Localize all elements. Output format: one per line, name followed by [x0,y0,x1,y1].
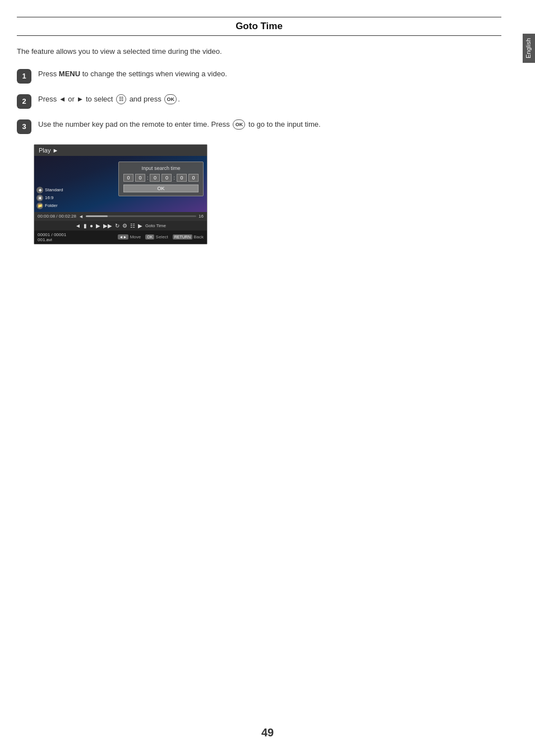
time-display: 00:00:08 / 00:02:28 [38,214,76,219]
seek-icon: ◄ [79,214,84,219]
step-3-number: 3 [17,119,31,134]
sidebar-ratio-label: 16:9 [45,195,54,200]
input-search-overlay: Input search time 0 0 : 0 0 : 0 0 OK [118,162,204,196]
player-screenshot: Play ► ◆ Standard ▣ 16:9 📁 Folder [34,144,207,245]
bottom-hints: ◄► Move OK Select RETURN Back [118,234,204,239]
step-3-after: to go to the input time. [248,120,321,128]
bookmark-icon: ▮ [84,223,87,229]
clock-icon: ☷ [116,94,126,104]
language-tab: English [523,34,535,63]
play-label: Play ► [39,147,58,154]
time-box-m2: 0 [162,174,172,182]
hint-select-label: Select [156,234,168,239]
step-2: 2 Press ◄ or ► to select ☷ and press OK. [17,94,501,109]
step-1-text: Press MENU to change the settings when v… [38,68,227,80]
progress-fill [86,215,108,217]
step-1-after: to change the settings when viewing a vi… [80,70,227,78]
step-2-before: Press ◄ or ► to select [38,95,115,103]
number-right: 16 [199,214,204,219]
sidebar-standard: ◆ Standard [36,187,63,193]
step-3-before: Use the number key pad on the remote to … [38,120,232,128]
ok-icon-step2: OK [164,94,177,104]
ok-icon-step3: OK [233,119,245,130]
player-controls: ◄ ▮ ● ▶ ▶▶ ↻ ⚙ ☷ ▶ Goto Time [34,221,207,231]
prev-icon: ◄ [75,223,81,229]
time-colon-1: : [147,175,149,181]
step-3-text: Use the number key pad on the remote to … [38,119,321,131]
overlay-ok-button[interactable]: OK [123,185,199,192]
time-box-h2: 0 [135,174,145,182]
hint-move-key: ◄► [118,234,129,239]
standard-icon: ◆ [36,187,43,193]
overlay-title: Input search time [123,165,199,171]
sidebar-standard-label: Standard [45,187,63,192]
hint-move: ◄► Move [118,234,141,239]
file-name: 001.avi [38,237,66,242]
hint-back-key: RETURN [173,234,192,239]
page-title: Goto Time [17,21,501,32]
sidebar-folder: 📁 Folder [36,202,63,209]
time-box-h1: 0 [123,174,133,182]
ratio-icon: ▣ [36,195,43,201]
hint-select: OK Select [145,234,168,239]
intro-text: The feature allows you to view a selecte… [17,46,501,57]
step-2-number: 2 [17,94,31,109]
next-arrow: ▶ [138,223,142,229]
time-box-s2: 0 [188,174,199,182]
hint-back: RETURN Back [173,234,204,239]
settings-icon: ⚙ [122,223,127,229]
hint-select-key: OK [145,234,154,239]
sidebar-ratio: ▣ 16:9 [36,195,63,201]
step-1-number: 1 [17,69,31,84]
info-icon: ● [90,223,93,229]
step-2-middle: and press [130,95,164,103]
step-3: 3 Use the number key pad on the remote t… [17,119,501,134]
clock-ctrl-icon: ☷ [130,223,135,229]
sidebar-folder-label: Folder [45,203,58,208]
goto-time-label: Goto Time [145,223,166,228]
page-number: 49 [261,726,274,739]
hint-move-label: Move [130,234,141,239]
step-1: 1 Press MENU to change the settings when… [17,68,501,84]
time-inputs: 0 0 : 0 0 : 0 0 [123,174,199,182]
folder-icon: 📁 [36,202,43,209]
time-box-m1: 0 [150,174,160,182]
page-title-section: Goto Time [17,17,501,36]
file-count: 00001 / 00001 [38,232,66,237]
player-video-area: ◆ Standard ▣ 16:9 📁 Folder Input search … [34,156,207,212]
play-icon: ▶ [96,223,100,229]
repeat-icon: ↻ [115,223,119,229]
player-bottom-bar: 00001 / 00001 001.avi ◄► Move OK Select … [34,231,207,244]
progress-track [86,215,196,217]
hint-back-label: Back [193,234,204,239]
player-top-bar: Play ► [34,145,207,156]
time-colon-2: : [173,175,175,181]
next-icon: ▶▶ [103,223,112,229]
step-2-text: Press ◄ or ► to select ☷ and press OK. [38,94,180,105]
time-box-s1: 0 [177,174,187,182]
step-1-bold: MENU [59,70,80,78]
player-progress-bar: 00:00:08 / 00:02:28 ◄ 16 [34,212,207,221]
player-sidebar: ◆ Standard ▣ 16:9 📁 Folder [36,187,63,209]
step-1-before: Press [38,70,59,78]
file-info: 00001 / 00001 001.avi [38,232,66,242]
